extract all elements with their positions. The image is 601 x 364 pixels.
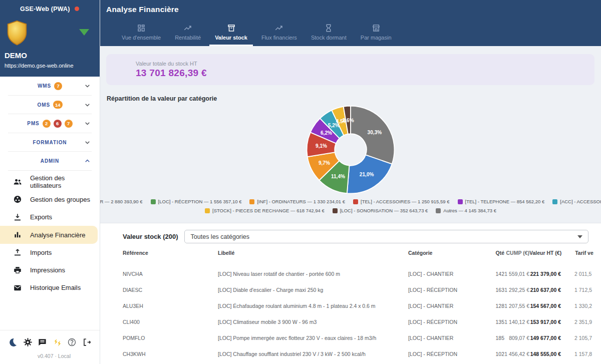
cell-qte: 163 bbox=[468, 287, 504, 293]
table-row[interactable]: ALU3EH[LOC] Échafaudage roulant aluminiu… bbox=[123, 298, 593, 314]
help-button[interactable] bbox=[67, 337, 77, 347]
cell-reference: DIAESC bbox=[123, 287, 218, 293]
environment-url: https://demo.gse-web.online bbox=[5, 63, 74, 69]
environment-name: DEMO bbox=[5, 51, 27, 60]
store-icon bbox=[372, 24, 381, 33]
column-header: Valeur HT (€) bbox=[529, 250, 561, 256]
messages-button[interactable] bbox=[38, 337, 47, 347]
cell-valeur_ht: 153 917,00 € bbox=[529, 319, 561, 325]
cell-tarif_vente: 1 157,8 bbox=[561, 351, 593, 357]
version-row: v0.407 · Local bbox=[0, 350, 100, 364]
cell-valeur_ht: 210 637,00 € bbox=[529, 287, 561, 293]
column-header: Référence bbox=[123, 250, 218, 256]
pie-slice-label: 9,7% bbox=[319, 160, 330, 166]
legend-swatch bbox=[333, 208, 338, 213]
cell-cump: 809,07 € bbox=[504, 335, 529, 341]
stock-title: Valeur stock (200) bbox=[123, 233, 178, 240]
tab-rentabilite[interactable]: Rentabilité bbox=[169, 24, 206, 46]
sidebar-group-wms[interactable]: WMS7 bbox=[0, 77, 100, 96]
chat-icon bbox=[38, 340, 47, 348]
sidebar-item-imports[interactable]: Imports bbox=[0, 244, 98, 261]
settings-button[interactable] bbox=[23, 337, 33, 347]
legend-item[interactable]: [STOCK] - PIECES DE RECHANGE — 618 742,9… bbox=[205, 208, 325, 213]
cell-categorie: [LOC] - RÉCEPTION bbox=[408, 287, 468, 293]
total-stock-card: Valeur totale du stock HT 13 701 826,39 … bbox=[106, 54, 594, 85]
menu-hamburger-icon[interactable] bbox=[6, 4, 16, 14]
tab-flux-financiers[interactable]: Flux financiers bbox=[256, 24, 303, 46]
legend-item[interactable]: [LOC] - CHANTIER — 2 880 393,90 € bbox=[100, 199, 143, 204]
pie-slice-label: 2,6% bbox=[343, 118, 354, 123]
cell-reference: NIVCHA bbox=[123, 271, 218, 277]
cell-reference: ALU3EH bbox=[123, 303, 218, 309]
legend-item[interactable]: [ACC] - ACCESSOIRES — 712 592,18 € bbox=[552, 199, 601, 204]
table-row[interactable]: CH3KWH[LOC] Chauffage soufflant industri… bbox=[123, 346, 593, 362]
cell-qte: 102 bbox=[468, 351, 504, 357]
table-row[interactable]: NIVCHA[LOC] Niveau laser rotatif de chan… bbox=[123, 266, 593, 282]
cell-qte: 135 bbox=[468, 319, 504, 325]
table-row[interactable]: CLI400[LOC] Climatiseur mobile 3 900 W -… bbox=[123, 314, 593, 330]
sidebar-item-exports[interactable]: Exports bbox=[0, 208, 98, 226]
help-icon bbox=[67, 340, 77, 348]
tab-valeur-stock[interactable]: Valeur stock bbox=[209, 24, 253, 46]
sidebar-item-gestion-des-utilisateurs[interactable]: Gestion des utilisateurs bbox=[0, 173, 98, 191]
printer-icon bbox=[13, 266, 22, 275]
sidebar-item-gestion-des-groupes[interactable]: Gestion des groupes bbox=[0, 191, 98, 208]
cell-categorie: [LOC] - CHANTIER bbox=[408, 335, 468, 341]
sidebar-group-admin[interactable]: ADMIN bbox=[0, 152, 100, 171]
pie-slice-label: 21,0% bbox=[360, 172, 374, 177]
legend-item[interactable]: [LOC] - SONORISATION — 352 643,73 € bbox=[333, 208, 428, 213]
sidebar-group-oms[interactable]: OMS14 bbox=[0, 96, 100, 115]
legend-item[interactable]: Autres — 4 145 384,73 € bbox=[436, 208, 496, 213]
stock-section: Valeur stock (200) Toutes les catégories… bbox=[100, 223, 601, 364]
tab-vue-d-ensemble[interactable]: Vue d'ensemble bbox=[116, 24, 166, 46]
pie-slice-label: 9,1% bbox=[316, 143, 327, 149]
dashboard-icon bbox=[137, 24, 146, 33]
pie-slice-label: 30,3% bbox=[368, 130, 382, 135]
pie-slice-label: 6,2% bbox=[321, 130, 332, 136]
status-dot bbox=[75, 7, 79, 11]
legend-swatch bbox=[353, 199, 358, 204]
legend-swatch bbox=[436, 208, 441, 213]
moon-icon bbox=[8, 340, 18, 348]
cell-reference: CH3KWH bbox=[123, 351, 218, 357]
page-title: Analyse Financière bbox=[106, 5, 179, 14]
stock-controls: Valeur stock (200) Toutes les catégories bbox=[100, 223, 601, 247]
download-icon[interactable] bbox=[586, 5, 596, 14]
export-icon bbox=[13, 213, 22, 222]
dark-mode-button[interactable] bbox=[8, 337, 18, 347]
cell-qte: 185 bbox=[468, 335, 504, 341]
pie-chart[interactable]: 30,3%21,0%11,4%9,7%9,1%6,2%5,2%4,5%2,6% bbox=[305, 104, 397, 196]
legend-item[interactable]: [TEL] - ACCESSOIRES — 1 250 915,59 € bbox=[353, 199, 449, 204]
sidebar-group-formation[interactable]: FORMATION bbox=[0, 133, 100, 152]
sidebar-item-historique-emails[interactable]: Historique Emails bbox=[0, 279, 98, 296]
badge: 6 bbox=[54, 120, 62, 128]
tab-par-magasin[interactable]: Par magasin bbox=[355, 24, 397, 46]
cell-reference: POMFLO bbox=[123, 335, 218, 341]
category-filter-select[interactable]: Toutes les catégories bbox=[184, 230, 588, 243]
cell-cump: 1 456,42 € bbox=[504, 351, 529, 357]
cell-tarif_vente: 1 712,5 bbox=[561, 287, 593, 293]
legend-item[interactable]: [INF] - ORDINATEURS — 1 330 234,01 € bbox=[249, 199, 345, 204]
sidebar-group-pms[interactable]: PMS267 bbox=[0, 114, 100, 133]
cell-qte: 142 bbox=[468, 271, 504, 277]
logout-button[interactable] bbox=[82, 337, 92, 347]
users-icon bbox=[13, 177, 22, 186]
table-row[interactable]: POMFLO[LOC] Pompe immergée avec flotteur… bbox=[123, 330, 593, 346]
legend-item[interactable]: [LOC] - RÉCEPTION — 1 556 357,10 € bbox=[151, 199, 242, 204]
cell-valeur_ht: 148 555,00 € bbox=[529, 351, 561, 357]
table-row[interactable]: DIAESC[LOC] Diable d'escalier - Charge m… bbox=[123, 282, 593, 298]
sidebar-item-analyse-financiere[interactable]: Analyse Financière bbox=[0, 226, 98, 243]
main: Analyse Financière Vue d'ensembleRentabi… bbox=[100, 0, 601, 364]
table-header-row: RéférenceLibelléCatégorieQtéCUMP (€)Vale… bbox=[123, 247, 593, 258]
feedback-button[interactable] bbox=[53, 337, 62, 347]
refresh-icon[interactable] bbox=[568, 5, 578, 14]
chart-wrap: 30,3%21,0%11,4%9,7%9,1%6,2%5,2%4,5%2,6% bbox=[100, 104, 601, 196]
chevron-down-icon bbox=[84, 139, 91, 146]
tab-stock-dormant[interactable]: Stock dormant bbox=[306, 24, 352, 46]
cell-valeur_ht: 149 677,00 € bbox=[529, 335, 561, 341]
legend-item[interactable]: [TEL] - TELEPHONE — 854 562,20 € bbox=[458, 199, 545, 204]
chevron-down-icon bbox=[84, 82, 91, 90]
cell-cump: 1 292,25 € bbox=[504, 287, 529, 293]
sidebar-item-impressions[interactable]: Impressions bbox=[0, 261, 98, 279]
cell-cump: 1 559,01 € bbox=[504, 271, 529, 277]
